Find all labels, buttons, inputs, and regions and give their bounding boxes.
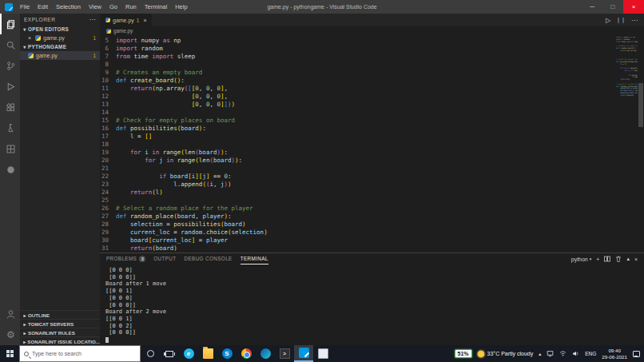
code-line[interactable]: 20 for j in range(len(board)): xyxy=(100,157,644,165)
settings-gear-icon[interactable]: ⚙ xyxy=(0,324,20,345)
line-number[interactable]: 29 xyxy=(100,229,116,237)
split-editor-icon[interactable]: ❘❘ xyxy=(616,17,626,23)
volume-icon[interactable] xyxy=(572,350,579,357)
terminal-taskbar-button[interactable]: > xyxy=(275,345,294,362)
line-number[interactable]: 5 xyxy=(100,37,116,45)
code-line[interactable]: 12 [0, 0, 0], xyxy=(100,93,644,101)
language-indicator[interactable]: ENG xyxy=(585,351,596,356)
line-number[interactable]: 30 xyxy=(100,237,116,245)
panel-tab-problems[interactable]: PROBLEMS3 xyxy=(106,253,145,265)
line-number[interactable]: 12 xyxy=(100,93,116,101)
close-editor-icon[interactable]: × xyxy=(28,35,33,41)
tab-close-icon[interactable]: × xyxy=(143,18,146,23)
line-number[interactable]: 11 xyxy=(100,85,116,93)
taskbar-clock[interactable]: 09:40 29-06-2021 xyxy=(602,348,627,360)
taskbar-search-input[interactable]: Type here to search xyxy=(19,345,141,362)
code-line[interactable]: 29 current_loc = random.choice(selection… xyxy=(100,229,644,237)
code-line[interactable]: 9# Creates an empty board xyxy=(100,69,644,77)
sidebar-more-actions-icon[interactable]: ⋯ xyxy=(89,16,97,23)
code-line[interactable]: 22 if board[i][j] == 0: xyxy=(100,173,644,181)
menu-go[interactable]: Go xyxy=(105,3,121,10)
close-button[interactable]: × xyxy=(623,0,644,14)
section-sonarlint-issue-locatio[interactable]: ▸SONARLINT ISSUE LOCATIO... xyxy=(20,336,100,345)
code-line[interactable]: 31 return(board) xyxy=(100,245,644,253)
notification-center-icon[interactable] xyxy=(633,351,640,357)
split-terminal-button[interactable] xyxy=(604,256,610,262)
chrome-taskbar-button[interactable] xyxy=(237,345,256,362)
test-flask-icon[interactable] xyxy=(0,117,20,138)
menu-run[interactable]: Run xyxy=(121,3,141,10)
line-number[interactable]: 9 xyxy=(100,69,116,77)
sonarlint-icon[interactable] xyxy=(0,159,20,180)
terminal-output[interactable]: [0 0 0] [0 0 0]]Board after 1 move[[0 0 … xyxy=(100,265,644,345)
menu-view[interactable]: View xyxy=(85,3,105,10)
code-line[interactable]: 21 xyxy=(100,165,644,173)
notepad-taskbar-button[interactable] xyxy=(313,345,332,362)
code-line[interactable]: 16def possibilities(board): xyxy=(100,125,644,133)
panel-tab-output[interactable]: OUTPUT xyxy=(153,253,176,265)
section-tomcat-servers[interactable]: ▸TOMCAT SERVERS xyxy=(20,319,100,328)
menu-file[interactable]: File xyxy=(16,3,34,10)
run-python-file-button[interactable]: ▷ xyxy=(606,17,610,24)
code-editor[interactable]: 5import numpy as np6import random7from t… xyxy=(100,35,644,253)
remote-grid-icon[interactable] xyxy=(0,138,20,159)
terminal-shell-selector[interactable]: python ▾ xyxy=(571,257,592,262)
scrollbar-thumb[interactable] xyxy=(638,83,643,127)
code-line[interactable]: 23 l.append((i, j)) xyxy=(100,181,644,189)
panel-tab-debug-console[interactable]: DEBUG CONSOLE xyxy=(185,253,233,265)
code-line[interactable]: 26# Select a random place for the player xyxy=(100,205,644,213)
line-number[interactable]: 18 xyxy=(100,141,116,149)
code-line[interactable]: 10def create_board(): xyxy=(100,77,644,85)
code-line[interactable]: 18 xyxy=(100,141,644,149)
file-explorer-taskbar-button[interactable] xyxy=(198,345,217,362)
line-number[interactable]: 26 xyxy=(100,205,116,213)
minimap[interactable]: import numpy as npimport randomfrom time… xyxy=(616,37,638,253)
open-editor-item-gamepy[interactable]: × game.py 1 xyxy=(20,34,100,42)
edge-taskbar-button[interactable] xyxy=(256,345,275,362)
extensions-icon[interactable] xyxy=(0,97,20,117)
line-number[interactable]: 22 xyxy=(100,173,116,181)
line-number[interactable]: 19 xyxy=(100,149,116,157)
start-button[interactable] xyxy=(0,345,19,362)
panel-tab-terminal[interactable]: TERMINAL xyxy=(241,253,268,265)
kill-terminal-button[interactable] xyxy=(615,256,622,262)
battery-indicator[interactable]: 51% xyxy=(455,349,472,358)
section-outline[interactable]: ▸OUTLINE xyxy=(20,310,100,319)
menu-selection[interactable]: Selection xyxy=(52,3,85,10)
code-line[interactable]: 24 return(l) xyxy=(100,189,644,197)
line-number[interactable]: 16 xyxy=(100,125,116,133)
code-line[interactable]: 28 selection = possibilities(board) xyxy=(100,221,644,229)
explorer-icon[interactable] xyxy=(0,14,20,34)
search-icon[interactable] xyxy=(0,34,20,55)
breadcrumb[interactable]: game.py xyxy=(100,26,644,35)
tab-gamepy[interactable]: game.py 1 × xyxy=(100,14,153,26)
skype-taskbar-button[interactable]: S xyxy=(217,345,237,362)
line-number[interactable]: 31 xyxy=(100,245,116,253)
line-number[interactable]: 27 xyxy=(100,213,116,221)
line-number[interactable]: 24 xyxy=(100,189,116,197)
code-line[interactable]: 19 for i in range(len(board)): xyxy=(100,149,644,157)
maximize-button[interactable]: □ xyxy=(602,0,623,14)
minimize-button[interactable]: ─ xyxy=(582,0,602,14)
line-number[interactable]: 17 xyxy=(100,133,116,141)
internet-explorer-taskbar-button[interactable]: e xyxy=(179,345,198,362)
code-line[interactable]: 27def random_place(board, player): xyxy=(100,213,644,221)
line-number[interactable]: 15 xyxy=(100,117,116,125)
line-number[interactable]: 14 xyxy=(100,109,116,117)
code-line[interactable]: 11 return(np.array([[0, 0, 0], xyxy=(100,85,644,93)
line-number[interactable]: 28 xyxy=(100,221,116,229)
account-icon[interactable] xyxy=(0,304,20,324)
line-number[interactable]: 6 xyxy=(100,45,116,53)
folder-header-pythongame[interactable]: ▾ PYTHONGAME xyxy=(20,42,100,51)
code-line[interactable]: 5import numpy as np xyxy=(100,37,644,45)
maximize-panel-icon[interactable]: ▴ xyxy=(626,256,630,262)
task-view-button[interactable] xyxy=(160,345,179,362)
run-debug-icon[interactable] xyxy=(0,76,20,97)
cortana-button[interactable] xyxy=(141,345,160,362)
line-number[interactable]: 8 xyxy=(100,61,116,69)
code-line[interactable]: 15# Check for empty places on board xyxy=(100,117,644,125)
line-number[interactable]: 7 xyxy=(100,53,116,61)
file-item-gamepy[interactable]: game.py 1 xyxy=(20,51,100,60)
display-icon[interactable] xyxy=(547,350,554,357)
code-line[interactable]: 17 l = [] xyxy=(100,133,644,141)
